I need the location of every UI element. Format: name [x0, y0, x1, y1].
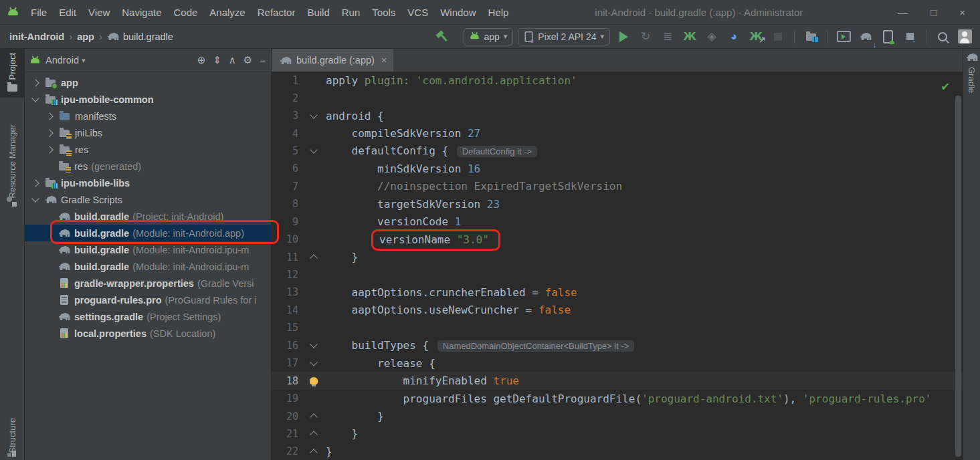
- tree-item-res[interactable]: res: [25, 141, 271, 158]
- debug-icon[interactable]: Ж: [681, 28, 698, 45]
- tool-stripe-project[interactable]: Project: [0, 49, 24, 98]
- chevron-down-icon: ▾: [504, 32, 508, 41]
- code-viewport[interactable]: ✔ 1 apply plugin: 'com.android.applicati…: [272, 72, 963, 460]
- tree-item-suffix: (ProGuard Rules for i: [165, 295, 257, 306]
- menu-window[interactable]: Window: [434, 7, 482, 18]
- collapse-all-icon[interactable]: ∧: [229, 54, 236, 66]
- menu-run[interactable]: Run: [336, 7, 367, 18]
- attach-debugger-icon[interactable]: ◈: [703, 28, 720, 45]
- avatar-icon[interactable]: [956, 28, 973, 45]
- gutter-fold-column: [305, 415, 322, 418]
- tool-stripe-resource-manager[interactable]: Resource Manager: [0, 120, 24, 206]
- maximize-button[interactable]: □: [930, 7, 937, 18]
- chevron-right-icon[interactable]: [45, 129, 53, 136]
- hide-panel-icon[interactable]: −: [260, 55, 266, 66]
- menu-edit[interactable]: Edit: [53, 7, 82, 18]
- close-icon[interactable]: ×: [381, 55, 387, 66]
- chevron-right-icon[interactable]: [45, 112, 53, 120]
- close-button[interactable]: ×: [959, 7, 965, 18]
- build-hammer-icon[interactable]: [433, 28, 450, 45]
- breadcrumb: init-Android›app›build.gradle: [0, 31, 433, 42]
- chevron-right-icon[interactable]: [31, 79, 39, 86]
- sdk-manager-icon[interactable]: ↓: [901, 28, 918, 45]
- tree-item-build-gradle[interactable]: build.gradle (Project: init-Android): [25, 208, 271, 225]
- fold-marker-icon[interactable]: [310, 146, 317, 154]
- tree-item-gradle-wrapper-properties[interactable]: gradle-wrapper.properties (Gradle Versi: [25, 275, 271, 292]
- profiler-icon[interactable]: ◕: [725, 28, 743, 45]
- right-tool-stripe: Gradle: [963, 49, 980, 460]
- chevron-down-icon[interactable]: [31, 195, 39, 202]
- tree-item-jnilibs[interactable]: jniLibs: [25, 124, 271, 141]
- menu-tools[interactable]: Tools: [366, 7, 401, 18]
- inspection-ok-icon[interactable]: ✔: [942, 78, 949, 93]
- breadcrumb-item[interactable]: app: [77, 31, 94, 42]
- profile-debug-apk-icon[interactable]: Ж↗: [747, 28, 765, 45]
- fold-marker-icon[interactable]: [310, 111, 317, 118]
- menu-refactor[interactable]: Refactor: [252, 7, 302, 18]
- tree-item-gradle-scripts[interactable]: Gradle Scripts: [25, 191, 271, 208]
- breadcrumb-item[interactable]: init-Android: [9, 31, 64, 42]
- tree-item-settings-gradle[interactable]: settings.gradle (Project Settings): [25, 308, 271, 325]
- menu-vcs[interactable]: VCS: [401, 7, 434, 18]
- menu-analyze[interactable]: Analyze: [203, 7, 251, 18]
- fold-marker-icon[interactable]: [310, 358, 317, 366]
- device-select[interactable]: Pixel 2 API 24 ▾: [518, 28, 610, 45]
- gradle-sync-icon[interactable]: ↓: [857, 28, 874, 45]
- fold-marker-icon[interactable]: [310, 254, 317, 261]
- run-config-select[interactable]: app ▾: [464, 28, 513, 45]
- project-structure-icon[interactable]: [802, 28, 819, 45]
- breadcrumb-item[interactable]: build.gradle: [123, 31, 173, 42]
- props-icon: [58, 278, 70, 288]
- tool-stripe-gradle[interactable]: Gradle: [963, 49, 980, 97]
- tool-stripe-structure[interactable]: Structure: [0, 414, 24, 460]
- tree-item-ipu-mobile-common[interactable]: ipu-mobile-common: [25, 91, 271, 108]
- chevron-down-icon[interactable]: [31, 94, 39, 102]
- tab-build-gradle-app[interactable]: build.gradle (:app) ×: [272, 49, 393, 72]
- menu-navigate[interactable]: Navigate: [116, 7, 167, 18]
- tree-item-ipu-mobile-libs[interactable]: ipu-mobile-libs: [25, 175, 271, 191]
- intention-bulb-icon[interactable]: [310, 377, 318, 384]
- tree-item-local-properties[interactable]: local.properties (SDK Location): [25, 325, 271, 342]
- tree-item-app[interactable]: app: [25, 74, 271, 91]
- fold-marker-icon[interactable]: [310, 341, 317, 348]
- search-icon[interactable]: [934, 28, 951, 45]
- stop-icon[interactable]: [769, 28, 787, 45]
- minimize-button[interactable]: —: [898, 7, 908, 18]
- editor-scrollbar[interactable]: [955, 96, 961, 457]
- tree-item-build-gradle[interactable]: build.gradle (Module: init-Android.app): [25, 225, 271, 241]
- expand-all-icon[interactable]: ⇕: [213, 54, 221, 66]
- fold-marker-icon[interactable]: [310, 431, 317, 439]
- menu-file[interactable]: File: [25, 7, 53, 18]
- tree-item-res[interactable]: res (generated): [25, 158, 271, 175]
- tree-item-manifests[interactable]: manifests: [25, 108, 271, 124]
- menu-help[interactable]: Help: [482, 7, 515, 18]
- gutter-fold-column: [305, 432, 322, 435]
- tree-item-build-gradle[interactable]: build.gradle (Module: init-Android.ipu-m: [25, 258, 271, 275]
- menu-code[interactable]: Code: [167, 7, 203, 18]
- settings-gear-icon[interactable]: ⚙: [243, 54, 252, 66]
- apply-code-changes-icon[interactable]: ≣: [659, 28, 676, 45]
- tree-item-suffix: (Module: init-Android.ipu-m: [132, 261, 249, 272]
- code-line: 11 }: [272, 248, 963, 265]
- chevron-down-icon[interactable]: ▾: [82, 56, 86, 65]
- chevron-right-icon[interactable]: [31, 179, 39, 187]
- run-icon[interactable]: [615, 28, 632, 45]
- line-number: 1: [272, 74, 305, 86]
- gradle-file-icon: [107, 32, 119, 41]
- tree-item-label: res: [75, 144, 88, 155]
- menu-view[interactable]: View: [82, 7, 116, 18]
- fold-marker-icon[interactable]: [310, 413, 317, 421]
- line-number: 7: [272, 181, 305, 193]
- tree-item-proguard-rules-pro[interactable]: proguard-rules.pro (ProGuard Rules for i: [25, 292, 271, 308]
- locate-file-icon[interactable]: ⊕: [197, 54, 206, 66]
- running-devices-icon[interactable]: [835, 28, 852, 45]
- gradle-icon: [58, 262, 70, 271]
- fold-marker-icon[interactable]: [310, 449, 317, 456]
- apply-changes-icon[interactable]: ↻: [637, 28, 654, 45]
- avd-manager-icon[interactable]: [879, 28, 896, 45]
- editor-area: build.gradle (:app) × ✔ 1 apply plugin: …: [272, 49, 963, 460]
- chevron-right-icon[interactable]: [45, 146, 53, 153]
- menu-build[interactable]: Build: [301, 7, 335, 18]
- tree-item-build-gradle[interactable]: build.gradle (Module: init-Android.ipu-m: [25, 241, 271, 258]
- project-view-selector[interactable]: Android: [45, 55, 79, 66]
